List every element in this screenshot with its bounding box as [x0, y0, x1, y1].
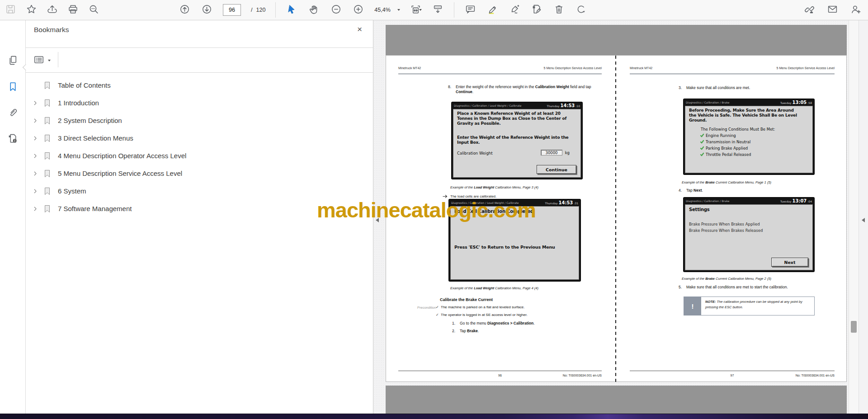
- scrollbar-thumb[interactable]: [851, 321, 857, 333]
- toolbar-center-group: / 120 45,4%: [179, 0, 587, 20]
- envelope-icon: [827, 4, 838, 17]
- tft-breadcrumb: Diagnostics / Calibration / Load Weight …: [454, 104, 521, 107]
- toolbar-right-group: [803, 0, 862, 20]
- delete-button[interactable]: [553, 3, 565, 17]
- bookmark-item-system-description[interactable]: 2 System Description: [26, 112, 373, 129]
- star-button[interactable]: [25, 3, 38, 17]
- collapse-right-panel-arrow[interactable]: [862, 218, 865, 222]
- share-with-people-button[interactable]: [849, 3, 862, 17]
- tft-message: Before Proceeding, Make Sure the Area Ar…: [689, 108, 797, 123]
- bookmark-glyph-icon: [44, 134, 51, 142]
- bookmark-item-introduction[interactable]: 1 Introduction: [26, 94, 373, 112]
- zoom-out-button[interactable]: [330, 3, 342, 17]
- pages-icon: [7, 55, 19, 68]
- tft-screenshot-load-weight-calibrate: Diagnostics / Calibration / Load Weight …: [452, 102, 582, 179]
- green-check-icon: [700, 139, 704, 145]
- bookmarks-panel-button[interactable]: [7, 81, 19, 94]
- bookmark-label: 5 Menu Description Service Access Level: [58, 169, 182, 177]
- green-check-icon: [700, 152, 704, 157]
- bookmark-options-button[interactable]: [33, 54, 51, 67]
- step-2: 2. Tap Brake.: [452, 329, 597, 334]
- chevron-right-icon[interactable]: [32, 153, 38, 159]
- page-up-icon: [179, 4, 190, 17]
- page-fit-dropdown[interactable]: [410, 4, 422, 17]
- email-button[interactable]: [826, 3, 839, 17]
- adjacent-page-bottom: [386, 386, 847, 414]
- previous-page-button[interactable]: [179, 3, 191, 17]
- step-text: Enter the weight of the reference weight…: [456, 85, 599, 94]
- condition-row: Engine Running: [700, 133, 736, 138]
- print-button[interactable]: [67, 3, 79, 17]
- tft-clock: Tuesday13:05:58: [780, 100, 812, 105]
- page-header-left: Minetruck MT42: [630, 66, 652, 70]
- page-thumbnails-button[interactable]: [7, 55, 19, 67]
- adjacent-page-top: [386, 25, 847, 55]
- bookmark-label: 2 System Description: [58, 117, 122, 124]
- navigation-rail: [0, 20, 26, 414]
- continuous-scroll-icon: [432, 4, 443, 17]
- close-panel-button[interactable]: ×: [357, 25, 362, 33]
- fill-sign-button[interactable]: [509, 3, 521, 17]
- chevron-right-icon[interactable]: [32, 188, 38, 194]
- continue-button-image: Continue: [537, 165, 576, 174]
- hand-tool-button[interactable]: [308, 3, 320, 17]
- panel-title: Bookmarks: [34, 26, 69, 34]
- share-link-button[interactable]: [803, 3, 816, 17]
- bookmark-item-menu-description-operator[interactable]: 4 Menu Description Operator Access Level: [26, 147, 373, 165]
- pdf-viewer-window: / 120 45,4%: [0, 0, 868, 419]
- right-gutter: [859, 20, 868, 414]
- bookmark-glyph-icon: [44, 117, 51, 125]
- select-tool-button[interactable]: [286, 3, 298, 17]
- tft-breadcrumb: Diagnostics / Calibration / Brake: [686, 101, 729, 104]
- step-3: 3. Make sure that all conditions are met…: [679, 85, 828, 90]
- zoom-out-icon: [330, 4, 342, 17]
- page-number-input[interactable]: [223, 4, 241, 16]
- condition-text: Engine Running: [706, 133, 736, 138]
- save-icon: [5, 4, 16, 17]
- chevron-right-icon[interactable]: [32, 118, 38, 124]
- vertical-scrollbar[interactable]: [849, 20, 859, 414]
- chevron-right-icon[interactable]: [32, 170, 38, 177]
- comment-button[interactable]: [464, 3, 476, 17]
- green-check-icon: [700, 146, 704, 151]
- share-button[interactable]: [46, 3, 58, 17]
- condition-text: Parking Brake Applied: [706, 146, 748, 151]
- search-button[interactable]: [88, 3, 100, 17]
- chevron-right-icon[interactable]: [32, 100, 38, 106]
- scroll-mode-button[interactable]: [432, 3, 444, 17]
- footer-rule: [398, 371, 602, 371]
- chevron-right-icon[interactable]: [32, 206, 38, 212]
- zoom-in-button[interactable]: [352, 3, 364, 17]
- rotate-button[interactable]: [575, 3, 587, 17]
- step-number: 2.: [452, 329, 460, 334]
- save-button[interactable]: [5, 3, 17, 17]
- chevron-down-icon: [397, 9, 400, 11]
- tft-breadcrumb: Diagnostics / Calibration / Brake: [686, 199, 729, 202]
- document-number: No: TIS0003634.001 en-US: [796, 374, 835, 377]
- toolbar: / 120 45,4%: [0, 0, 868, 20]
- attachments-button[interactable]: [7, 107, 19, 119]
- conditions-header: The Following Conditions Must Be Met:: [701, 127, 775, 132]
- page-info-button[interactable]: [7, 133, 19, 146]
- trash-icon: [553, 4, 565, 17]
- step-8: 8. Enter the weight of the reference wei…: [448, 85, 599, 94]
- link-cloud-icon: [804, 4, 815, 17]
- toolbar-left-group: [5, 0, 100, 20]
- highlight-button[interactable]: [486, 3, 499, 17]
- bookmark-label: 4 Menu Description Operator Access Level: [58, 152, 186, 160]
- toolbar-separator: [275, 2, 276, 18]
- zoom-level-dropdown[interactable]: 45,4%: [374, 7, 400, 13]
- precondition-text: The operator is logged in at SE access l…: [441, 313, 528, 317]
- bookmark-item-menu-description-service[interactable]: 5 Menu Description Service Access Level: [26, 165, 373, 182]
- tft-settings-lines: Brake Pressure When Brakes Applied Brake…: [689, 221, 763, 234]
- search-icon: [88, 4, 99, 17]
- options-list-icon: [33, 54, 45, 67]
- next-page-button[interactable]: [201, 3, 213, 17]
- edit-pdf-button[interactable]: [531, 3, 543, 17]
- bookmark-item-table-of-contents[interactable]: Table of Contents: [26, 76, 373, 94]
- highlighter-icon: [487, 4, 498, 17]
- bookmark-item-system[interactable]: 6 System: [26, 182, 373, 200]
- bookmark-item-direct-selection-menus[interactable]: 3 Direct Selection Menus: [26, 129, 373, 147]
- step-number: 5.: [679, 285, 686, 290]
- chevron-right-icon[interactable]: [32, 135, 38, 141]
